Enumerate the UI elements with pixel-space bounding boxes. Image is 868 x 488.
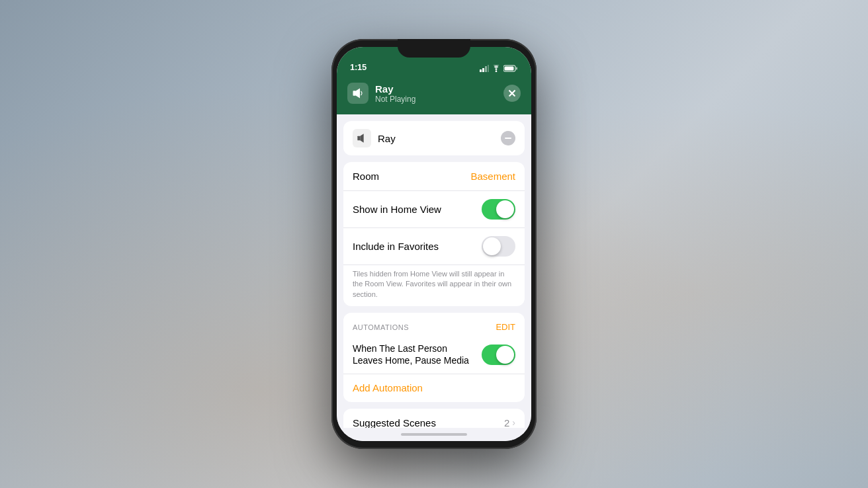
speaker-svg bbox=[352, 87, 364, 99]
settings-info-text: Tiles hidden from Home View will still a… bbox=[343, 265, 525, 306]
svg-rect-3 bbox=[488, 65, 489, 72]
header-left: Ray Not Playing bbox=[347, 83, 415, 104]
include-in-favorites-toggle[interactable] bbox=[482, 236, 515, 257]
device-card: Ray bbox=[343, 121, 525, 155]
device-speaker-icon bbox=[353, 129, 371, 147]
battery-icon bbox=[503, 65, 518, 72]
device-row: Ray bbox=[343, 121, 525, 155]
automations-title: AUTOMATIONS bbox=[353, 323, 409, 331]
header-section: Ray Not Playing bbox=[337, 76, 531, 114]
scenes-right: 2 › bbox=[504, 417, 515, 428]
add-automation-row[interactable]: Add Automation bbox=[343, 374, 525, 402]
header-device-name: Ray bbox=[375, 83, 415, 95]
home-indicator bbox=[337, 428, 531, 441]
scroll-content[interactable]: Ray Room Basement Show in Home View bbox=[337, 114, 531, 428]
chevron-right-icon: › bbox=[512, 417, 515, 428]
home-bar bbox=[401, 433, 467, 436]
device-row-name: Ray bbox=[378, 133, 396, 144]
scenes-label: Suggested Scenes bbox=[353, 417, 436, 428]
svg-rect-7 bbox=[505, 67, 514, 71]
settings-card: Room Basement Show in Home View Include … bbox=[343, 162, 525, 306]
room-value: Basement bbox=[470, 171, 515, 182]
close-icon bbox=[509, 90, 515, 97]
automation-toggle-1[interactable] bbox=[482, 345, 515, 365]
small-speaker-svg bbox=[357, 133, 367, 143]
show-in-home-view-label: Show in Home View bbox=[353, 204, 441, 215]
svg-rect-0 bbox=[480, 69, 482, 72]
header-speaker-icon bbox=[347, 83, 369, 104]
automations-edit-button[interactable]: EDIT bbox=[496, 322, 515, 332]
phone-frame: 1:15 bbox=[331, 39, 537, 449]
svg-rect-2 bbox=[485, 66, 487, 72]
status-icons bbox=[480, 65, 518, 72]
include-in-favorites-label: Include in Favorites bbox=[353, 241, 439, 252]
svg-rect-6 bbox=[516, 67, 517, 70]
suggested-scenes-card: Suggested Scenes 2 › bbox=[343, 409, 525, 428]
automations-section-header: AUTOMATIONS EDIT bbox=[343, 313, 525, 336]
svg-line-10 bbox=[509, 91, 515, 96]
svg-rect-12 bbox=[357, 136, 360, 141]
automations-card: AUTOMATIONS EDIT When The Last Person Le… bbox=[343, 313, 525, 401]
svg-line-11 bbox=[509, 91, 515, 96]
header-text-group: Ray Not Playing bbox=[375, 83, 415, 104]
show-in-home-view-toggle[interactable] bbox=[482, 199, 515, 220]
device-row-left: Ray bbox=[353, 129, 396, 147]
close-button[interactable] bbox=[503, 85, 521, 102]
toggle-thumb-off bbox=[483, 237, 501, 255]
notch bbox=[398, 39, 470, 58]
header-device-status: Not Playing bbox=[375, 95, 415, 104]
svg-point-4 bbox=[496, 71, 498, 72]
remove-device-button[interactable] bbox=[501, 131, 515, 145]
scenes-count: 2 bbox=[504, 417, 509, 428]
automation-toggle-thumb bbox=[496, 346, 514, 364]
signal-icon bbox=[480, 65, 489, 72]
scenes-row[interactable]: Suggested Scenes 2 › bbox=[343, 409, 525, 428]
include-in-favorites-row: Include in Favorites bbox=[343, 228, 525, 265]
add-automation-label: Add Automation bbox=[353, 382, 423, 393]
minus-icon bbox=[504, 134, 512, 142]
svg-marker-13 bbox=[360, 134, 363, 142]
room-row[interactable]: Room Basement bbox=[343, 162, 525, 191]
room-label: Room bbox=[353, 171, 379, 182]
phone-screen: 1:15 bbox=[337, 47, 531, 441]
status-time: 1:15 bbox=[350, 62, 367, 72]
svg-rect-1 bbox=[482, 68, 484, 72]
toggle-thumb-on bbox=[496, 200, 514, 218]
svg-rect-8 bbox=[353, 91, 357, 96]
svg-marker-9 bbox=[356, 89, 360, 99]
wifi-icon bbox=[492, 65, 501, 72]
automation-row-1: When The Last Person Leaves Home, Pause … bbox=[343, 336, 525, 374]
show-in-home-view-row: Show in Home View bbox=[343, 191, 525, 228]
automation-text-1: When The Last Person Leaves Home, Pause … bbox=[353, 343, 482, 366]
